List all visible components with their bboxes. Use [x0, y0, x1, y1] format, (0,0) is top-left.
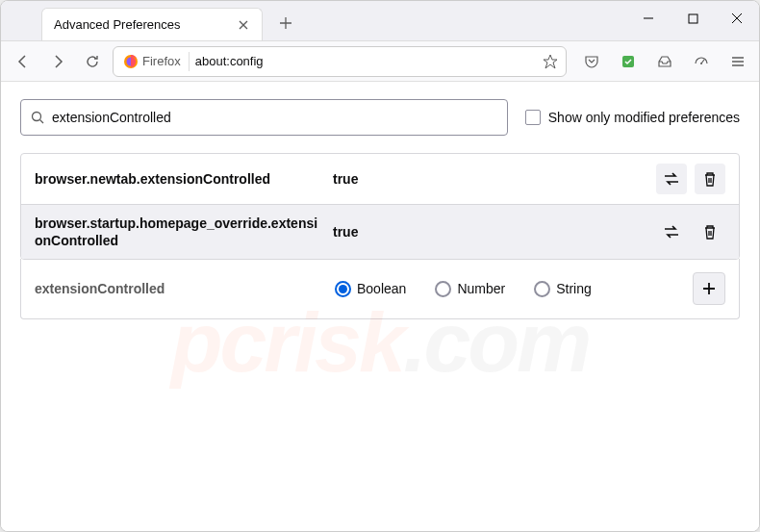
radio-icon [435, 281, 451, 297]
minimize-button[interactable] [626, 3, 671, 34]
address-bar[interactable]: Firefox about:config [113, 46, 567, 77]
svg-point-5 [33, 113, 41, 121]
identity-label: Firefox [142, 54, 181, 68]
radio-label: String [556, 281, 592, 296]
search-icon [31, 111, 44, 124]
preference-row: browser.newtab.extensionControlled true [21, 154, 739, 205]
svg-point-4 [700, 63, 702, 64]
firefox-logo-icon [123, 54, 139, 69]
radio-label: Number [457, 281, 505, 296]
url-text: about:config [195, 54, 537, 68]
tab-title: Advanced Preferences [54, 17, 229, 32]
preferences-table: browser.newtab.extensionControlled true … [20, 153, 740, 260]
inbox-icon[interactable] [651, 48, 678, 75]
search-input[interactable] [52, 110, 497, 125]
radio-icon [335, 281, 351, 297]
radio-label: Boolean [357, 281, 406, 296]
browser-tab[interactable]: Advanced Preferences [41, 8, 263, 40]
back-button[interactable] [9, 47, 38, 76]
identity-box[interactable]: Firefox [121, 52, 190, 71]
checkbox-icon [525, 110, 541, 125]
add-preference-name: extensionControlled [35, 281, 323, 296]
window-controls [626, 3, 759, 34]
extension-icon[interactable] [615, 48, 642, 75]
radio-icon [534, 281, 550, 297]
preference-value: true [323, 224, 656, 240]
delete-button[interactable] [695, 216, 725, 247]
type-radio-group: Boolean Number String [335, 281, 681, 297]
preference-name: browser.newtab.extensionControlled [35, 170, 323, 188]
preference-value: true [323, 171, 656, 187]
maximize-button[interactable] [671, 3, 715, 34]
hamburger-menu-icon[interactable] [724, 48, 751, 75]
close-window-button[interactable] [715, 3, 759, 34]
preference-actions [656, 164, 725, 194]
radio-number[interactable]: Number [435, 281, 505, 297]
pocket-icon[interactable] [578, 48, 605, 75]
checkbox-label: Show only modified preferences [548, 110, 740, 125]
modified-only-checkbox[interactable]: Show only modified preferences [525, 110, 740, 125]
radio-boolean[interactable]: Boolean [335, 281, 406, 297]
toggle-button[interactable] [656, 164, 687, 194]
add-button[interactable] [693, 272, 725, 305]
toolbar-icons [578, 48, 751, 75]
dashboard-icon[interactable] [688, 48, 715, 75]
new-tab-button[interactable] [272, 10, 299, 37]
toggle-button[interactable] [656, 216, 687, 247]
toolbar: Firefox about:config [1, 41, 759, 82]
forward-button[interactable] [43, 47, 72, 76]
search-row: Show only modified preferences [20, 99, 740, 136]
titlebar: Advanced Preferences [1, 1, 759, 41]
svg-rect-0 [689, 14, 697, 23]
preference-actions [656, 216, 725, 247]
bookmark-star-icon[interactable] [543, 54, 558, 69]
browser-window: Advanced Preferences [0, 0, 760, 532]
preference-name: browser.startup.homepage_override.extens… [35, 215, 323, 249]
close-tab-icon[interactable] [237, 18, 250, 32]
delete-button[interactable] [695, 164, 725, 194]
search-box[interactable] [20, 99, 508, 136]
content-area: pcrisk.com Show only modified preference… [1, 82, 759, 531]
radio-string[interactable]: String [534, 281, 592, 297]
add-preference-row: extensionControlled Boolean Number Strin… [20, 259, 740, 319]
preference-row: browser.startup.homepage_override.extens… [21, 205, 739, 259]
reload-button[interactable] [78, 47, 107, 76]
